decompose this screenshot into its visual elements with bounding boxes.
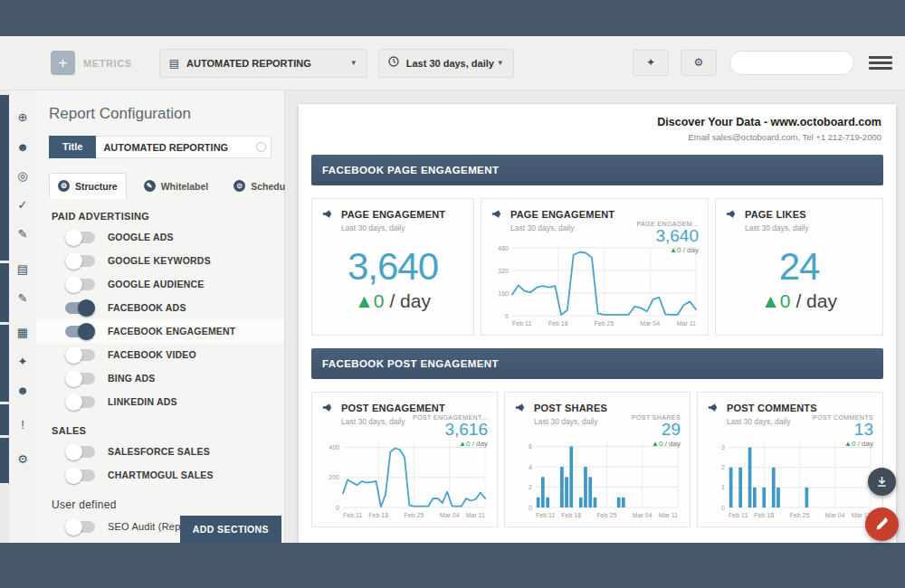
toggle-row-facebook-ads: FACEBOOK ADS — [49, 296, 272, 319]
group-heading-user-defined: User defined — [49, 498, 272, 511]
tab-label: Whitelabel — [161, 181, 209, 192]
building-icon[interactable]: ▦ — [9, 326, 36, 339]
svg-text:Feb 18: Feb 18 — [368, 512, 388, 518]
target-icon[interactable]: ◎ — [9, 169, 36, 183]
report-select[interactable]: ▤ AUTOMATED REPORTING ▼ — [159, 49, 367, 78]
delta-up: ▲0 — [761, 290, 790, 311]
themes-icon: ✦ — [646, 56, 655, 69]
clipboard-icon[interactable]: ▤ — [9, 262, 36, 276]
line-chart-post-engagement: Feb 11Feb 18Feb 25Mar 04Mar 110200400 — [319, 438, 490, 520]
svg-text:6: 6 — [529, 443, 532, 450]
card-page-engagement-metric: PAGE ENGAGEMENT Last 30 days, daily 3,64… — [311, 198, 474, 336]
toggle-seo-audit[interactable] — [65, 521, 95, 533]
report-header: Discover Your Data - www.octoboard.com E… — [299, 104, 896, 147]
toggle-facebook-engagement[interactable] — [65, 326, 95, 337]
toggle-row-facebook-video: FACEBOOK VIDEO — [49, 343, 272, 366]
card-title: PAGE LIKES — [745, 209, 806, 220]
megaphone-icon — [321, 401, 335, 414]
toggle-chartmogul-sales[interactable] — [65, 469, 95, 481]
report-header-title: Discover Your Data - www.octoboard.com — [313, 116, 881, 128]
edit-button[interactable] — [865, 507, 899, 541]
menu-button[interactable] — [869, 53, 892, 73]
toggle-google-keywords[interactable] — [65, 255, 95, 267]
toolbar: + METRICS ▤ AUTOMATED REPORTING ▼ Last 3… — [0, 36, 905, 90]
annotation-delta: ▲0 — [459, 440, 470, 448]
svg-text:Feb 25: Feb 25 — [597, 512, 617, 518]
toggle-row-google-keywords: GOOGLE KEYWORDS — [49, 249, 272, 272]
toggle-label: GOOGLE ADS — [108, 232, 174, 242]
cards-row-1: PAGE ENGAGEMENT Last 30 days, daily 3,64… — [311, 198, 883, 336]
svg-text:0: 0 — [505, 313, 509, 319]
svg-text:Mar 11: Mar 11 — [466, 512, 485, 518]
card-title: PAGE ENGAGEMENT — [510, 209, 614, 220]
settings-button[interactable]: ⚙ — [681, 50, 717, 76]
cards-row-2: POST ENGAGEMENT Last 30 days, daily POST… — [311, 392, 883, 527]
tab-whitelabel[interactable]: ✎ Whitelabel — [136, 174, 217, 198]
svg-text:320: 320 — [498, 268, 509, 274]
report-page: Discover Your Data - www.octoboard.com E… — [299, 104, 896, 543]
svg-text:Feb 18: Feb 18 — [548, 320, 568, 327]
users-icon[interactable]: ☻ — [9, 140, 36, 154]
svg-text:Mar 11: Mar 11 — [659, 512, 678, 518]
toggle-facebook-ads[interactable] — [65, 302, 95, 314]
toggle-google-ads[interactable] — [65, 232, 95, 243]
report-select-value: AUTOMATED REPORTING — [186, 58, 311, 69]
megaphone-icon — [491, 207, 504, 221]
toggle-linkedin-ads[interactable] — [65, 396, 95, 408]
report-title-row: Title — [49, 136, 272, 158]
search-input[interactable] — [729, 51, 854, 75]
svg-text:3: 3 — [721, 444, 725, 450]
annotation-unit: / day — [662, 440, 681, 448]
annotation-value: 29 — [632, 421, 681, 440]
toggle-bing-ads[interactable] — [65, 373, 95, 384]
toggle-label: FACEBOOK ADS — [108, 302, 186, 313]
card-page-engagement-chart: PAGE ENGAGEMENT Last 30 days, daily PAGE… — [481, 198, 709, 336]
card-subtitle: Last 30 days, daily — [341, 223, 464, 232]
toggle-row-linkedin-ads: LINKEDIN ADS — [49, 390, 272, 413]
toolbar-right: ✦ ⚙ — [621, 50, 892, 76]
chevron-down-icon: ▼ — [497, 59, 504, 67]
icon-sidebar: ⊕ ☻ ◎ ✓ ✎ ▤ ✎ ▦ ✦ ☻ ! ⚙ — [9, 90, 37, 543]
toggle-row-google-audience: GOOGLE AUDIENCE — [49, 272, 272, 296]
pencil-icon[interactable]: ✎ — [9, 291, 36, 305]
top-navbar — [0, 0, 905, 36]
themes-button[interactable]: ✦ — [633, 50, 669, 76]
chart-annotation: POST ENGAGEMENT... 3,616 ▲0 / day — [413, 414, 488, 448]
toggle-label: SALESFORCE SALES — [108, 446, 210, 457]
card-title: POST ENGAGEMENT — [341, 403, 445, 413]
tab-structure[interactable]: ⚙ Structure — [49, 173, 127, 199]
toggle-facebook-video[interactable] — [65, 349, 95, 361]
add-metrics-button[interactable]: + — [51, 51, 75, 75]
toggle-label: LINKEDIN ADS — [108, 396, 177, 407]
delta-up: ▲0 — [355, 290, 384, 311]
report-title-input[interactable] — [96, 136, 272, 158]
info-icon[interactable]: ! — [9, 418, 36, 432]
toggle-row-bing-ads: BING ADS — [49, 366, 272, 390]
toggle-google-audience[interactable] — [65, 279, 95, 290]
gear-icon[interactable]: ⚙ — [9, 452, 36, 466]
settings-icon: ⚙ — [694, 56, 704, 69]
annotation-delta: ▲0 — [670, 246, 681, 254]
delta-unit: / day — [385, 290, 431, 311]
globe-icon[interactable]: ⊕ — [9, 110, 36, 124]
schedule-icon: ⊙ — [233, 180, 245, 192]
annotation-unit: / day — [855, 440, 873, 448]
svg-text:0: 0 — [529, 505, 532, 511]
plug-icon[interactable]: ✦ — [9, 355, 36, 368]
check-icon[interactable]: ✓ — [9, 198, 36, 212]
svg-text:2: 2 — [529, 484, 532, 490]
add-sections-button[interactable]: ADD SECTIONS — [180, 516, 281, 543]
download-icon — [876, 476, 888, 488]
edit-icon[interactable]: ✎ — [9, 227, 36, 241]
svg-text:160: 160 — [498, 290, 509, 297]
svg-text:0: 0 — [336, 505, 339, 511]
toggle-salesforce-sales[interactable] — [65, 446, 95, 458]
toggle-label: GOOGLE AUDIENCE — [108, 279, 204, 289]
svg-text:Mar 04: Mar 04 — [825, 512, 845, 518]
annotation-delta: ▲0 — [844, 440, 855, 448]
date-range-select[interactable]: Last 30 days, daily ▼ — [378, 49, 514, 78]
toggle-label: FACEBOOK VIDEO — [108, 349, 196, 360]
download-button[interactable] — [868, 468, 896, 496]
svg-text:Feb 18: Feb 18 — [754, 512, 774, 518]
user-icon[interactable]: ☻ — [9, 384, 36, 397]
